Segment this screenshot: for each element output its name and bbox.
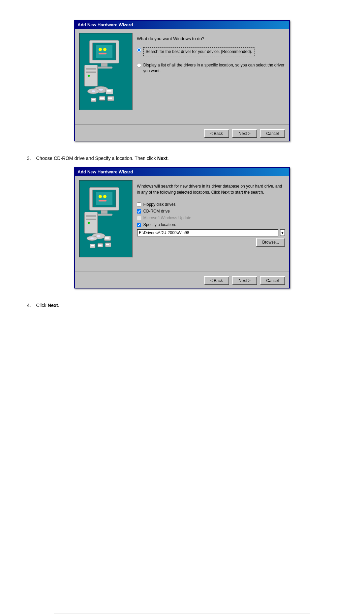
dialog1-next-button[interactable]: Next > — [232, 129, 257, 138]
dialog1-cancel-button[interactable]: Cancel — [260, 129, 285, 138]
svg-rect-10 — [86, 68, 96, 69]
dialog1-option1-label: Search for the best driver for your devi… — [143, 47, 254, 56]
dialog1-option1[interactable]: Search for the best driver for your devi… — [137, 47, 285, 56]
dialog2-winupdate-check — [137, 216, 141, 220]
step4-bold: Next — [48, 303, 58, 308]
svg-rect-43 — [105, 237, 109, 239]
svg-rect-33 — [96, 214, 113, 216]
step3-bold: Next — [157, 156, 167, 161]
dialog2-floppy-label: Floppy disk drives — [143, 202, 176, 207]
dialog2-title: Add New Hardware Wizard — [78, 169, 133, 174]
svg-rect-32 — [101, 211, 108, 214]
svg-rect-45 — [106, 244, 109, 245]
step3-text: 3. Choose CD-ROM drive and Specify a loc… — [27, 155, 337, 162]
step4-text: 4. Click Next. — [27, 302, 337, 309]
step4-suffix: . — [58, 303, 59, 308]
svg-rect-24 — [92, 99, 95, 100]
dialog2-browse-row: Browse... — [137, 238, 285, 247]
dialog1-radio2[interactable] — [137, 63, 141, 67]
dialog2-location-row: ▼ — [137, 229, 285, 236]
step3-number: 3. — [27, 156, 31, 161]
svg-rect-47 — [98, 245, 102, 246]
dialog1-titlebar: Add New Hardware Wizard — [75, 21, 289, 29]
dialog2-winupdate-option: Microsoft Windows Update — [137, 216, 285, 220]
svg-rect-7 — [101, 63, 108, 67]
dialog1-option2[interactable]: Display a list of all the drivers in a s… — [137, 62, 285, 74]
dialog2-illustration — [79, 180, 133, 257]
dialog2-floppy-option[interactable]: Floppy disk drives — [137, 202, 285, 207]
dialog1-option2-label: Display a list of all the drivers in a s… — [143, 62, 285, 74]
dialog2-cdrom-option[interactable]: CD-ROM drive — [137, 209, 285, 214]
dialog2-specify-option[interactable]: Specify a location: — [137, 222, 285, 227]
svg-point-4 — [99, 48, 102, 51]
dialog1-illustration — [79, 33, 133, 110]
dialog2: Add New Hardware Wizard — [74, 167, 290, 288]
svg-point-30 — [103, 195, 107, 198]
svg-rect-49 — [91, 245, 94, 246]
dialog2-winupdate-label: Microsoft Windows Update — [143, 216, 191, 220]
dialog2-floppy-check[interactable] — [137, 202, 141, 207]
dialog2-content: Windows will search for new drivers in i… — [75, 176, 289, 270]
svg-rect-20 — [108, 97, 112, 99]
page-footer: 4 — [54, 614, 310, 615]
svg-rect-8 — [96, 66, 113, 68]
svg-rect-22 — [100, 97, 104, 99]
svg-rect-3 — [96, 45, 113, 58]
svg-rect-31 — [99, 200, 107, 201]
dialog1-footer: < Back Next > Cancel — [75, 127, 289, 141]
dialog1-separator — [75, 124, 289, 125]
dialog1-body: What do you want Windows to do? Search f… — [75, 29, 289, 141]
dialog2-footer: < Back Next > Cancel — [75, 274, 289, 288]
dialog1-right: What do you want Windows to do? Search f… — [137, 33, 285, 119]
svg-rect-36 — [86, 219, 96, 220]
dialog1-question: What do you want Windows to do? — [137, 36, 285, 41]
dialog2-dropdown-arrow[interactable]: ▼ — [280, 229, 285, 236]
dialog2-browse-button[interactable]: Browse... — [256, 238, 285, 247]
svg-point-12 — [88, 75, 90, 77]
svg-point-16 — [92, 90, 95, 92]
svg-rect-18 — [107, 90, 112, 92]
svg-rect-9 — [85, 65, 98, 86]
dialog2-specify-check[interactable] — [137, 223, 141, 227]
svg-point-37 — [88, 222, 90, 224]
svg-point-29 — [99, 195, 102, 198]
dialog2-cancel-button[interactable]: Cancel — [260, 276, 285, 285]
dialog2-titlebar: Add New Hardware Wizard — [75, 168, 289, 176]
svg-point-5 — [103, 48, 107, 51]
step4-body: Click — [36, 303, 48, 308]
dialog2-search-text: Windows will search for new drivers in i… — [137, 183, 285, 195]
svg-rect-35 — [86, 215, 96, 217]
dialog1-radio1[interactable] — [137, 48, 141, 52]
dialog2-separator — [75, 272, 289, 272]
svg-point-14 — [99, 89, 103, 91]
step4-number: 4. — [27, 303, 31, 308]
dialog1: Add New Hardware Wizard — [74, 20, 290, 141]
dialog2-back-button[interactable]: < Back — [204, 276, 229, 285]
dialog2-cdrom-label: CD-ROM drive — [143, 209, 170, 214]
dialog1-title: Add New Hardware Wizard — [78, 22, 133, 27]
svg-point-39 — [97, 235, 101, 237]
svg-rect-28 — [96, 192, 113, 205]
dialog2-body: Windows will search for new drivers in i… — [75, 176, 289, 288]
page-wrapper: Add New Hardware Wizard — [27, 20, 337, 615]
dialog2-specify-label: Specify a location: — [143, 222, 176, 227]
dialog1-content: What do you want Windows to do? Search f… — [75, 29, 289, 123]
svg-point-41 — [90, 237, 94, 239]
step3-body: Choose CD-ROM drive and Specify a locati… — [36, 156, 157, 161]
step3-suffix: . — [168, 156, 169, 161]
svg-rect-6 — [99, 53, 107, 54]
dialog2-next-button[interactable]: Next > — [232, 276, 257, 285]
dialog2-location-input[interactable] — [137, 229, 278, 236]
dialog1-back-button[interactable]: < Back — [204, 129, 229, 138]
dialog2-right: Windows will search for new drivers in i… — [137, 180, 285, 266]
svg-rect-34 — [85, 212, 98, 233]
dialog2-cdrom-check[interactable] — [137, 209, 141, 214]
svg-rect-11 — [86, 72, 96, 73]
